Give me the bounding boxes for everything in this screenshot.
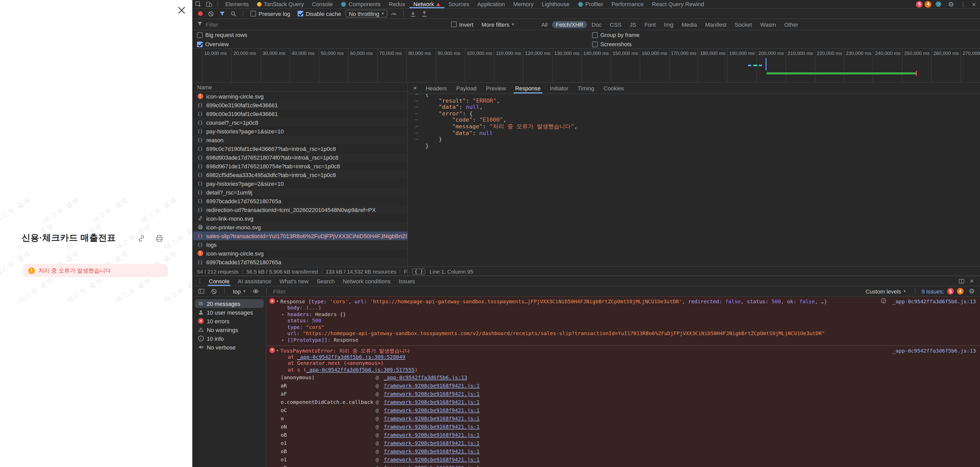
source-link[interactable]: framework-9208cbe9168f9421.js:1 (384, 408, 479, 413)
source-link[interactable]: framework-9208cbe9168f9421.js:1 (384, 424, 479, 430)
react-devtools-icon[interactable] (934, 0, 944, 8)
filter-pill-css[interactable]: CSS (606, 21, 625, 28)
request-row[interactable]: {}699c00e3190faf1c9e436661 (193, 109, 407, 118)
live-expression-eye-icon[interactable] (251, 286, 261, 296)
devtools-tab-memory[interactable]: Memory (509, 0, 538, 8)
clear-console-icon[interactable] (209, 286, 219, 296)
request-row[interactable]: {}699c00e3190faf1c9e436661 (193, 100, 407, 109)
invert-checkbox[interactable]: Invert (448, 21, 476, 27)
response-viewer[interactable]: −{−"result": "ERROR",−"data": null,−"err… (408, 94, 980, 266)
network-conditions-icon[interactable] (388, 9, 399, 19)
collapse-triangle-icon[interactable]: ▾ (276, 347, 279, 354)
drawer-more-tools-icon[interactable]: ⋮ (195, 276, 205, 286)
console-sidebar-no-warnings[interactable]: No warnings (195, 325, 264, 334)
console-sidebar-10-errors[interactable]: ×10 errors (195, 317, 264, 325)
details-tab-headers[interactable]: Headers (421, 83, 452, 93)
drawer-tab-ai-assistance[interactable]: AI assistance (234, 276, 275, 286)
source-link[interactable]: _app-0c9542ffa3d6f5b6.js:309:528049 (297, 354, 405, 360)
more-filters-button[interactable]: More filters ▾ (479, 21, 517, 27)
filter-pill-fetch-xhr[interactable]: Fetch/XHR (552, 21, 587, 28)
drawer-tab-search[interactable]: Search (313, 276, 339, 286)
devtools-tab-lighthouse[interactable]: Lighthouse (538, 0, 574, 8)
request-row[interactable]: {}698d9671de17d7652180754e?tab=intro&_rs… (193, 162, 407, 171)
console-context-select[interactable]: top ▾ (230, 288, 248, 294)
filter-pill-wasm[interactable]: Wasm (757, 21, 780, 28)
source-link[interactable]: framework-9208cbe9168f9421.js:1 (384, 448, 479, 454)
throttling-select[interactable]: No throttling ▾ (345, 10, 388, 18)
details-close-icon[interactable]: × (409, 84, 421, 92)
drawer-tab-console[interactable]: Console (205, 276, 234, 286)
group-by-frame-checkbox[interactable]: Group by frame (592, 30, 640, 40)
inspect-element-icon[interactable] (193, 0, 204, 8)
devtools-tab-network[interactable]: Network (409, 0, 444, 8)
log-levels-select[interactable]: Custom levels ▾ (862, 288, 909, 294)
source-link[interactable]: _app-0c9542ffa3d6f5b6.js:309:517555 (306, 367, 414, 373)
issue-count-badge[interactable]: 4 (925, 1, 932, 8)
drawer-tab-what-s-new[interactable]: What's new (275, 276, 313, 286)
source-link[interactable]: framework-9208cbe9168f9421.js:1 (384, 465, 479, 467)
devtools-tab-profiler[interactable]: Profiler (574, 0, 608, 8)
source-link[interactable]: framework-9208cbe9168f9421.js:1 (384, 457, 479, 462)
details-tab-payload[interactable]: Payload (452, 83, 481, 93)
request-row[interactable]: {}reason (193, 135, 407, 144)
network-overview-timeline[interactable]: 10,000 ms20,000 ms30,000 ms40,000 ms50,0… (193, 49, 980, 83)
details-tab-initiator[interactable]: Initiator (545, 83, 573, 93)
request-row[interactable]: icon-link-mono.svg (193, 214, 407, 223)
console-sidebar-20-messages[interactable]: 20 messages (195, 299, 264, 308)
request-row[interactable]: {}6982cf5d5eaa333c495a3dfc?tab=intro&_rs… (193, 171, 407, 179)
big-request-rows-checkbox[interactable]: Big request rows (197, 30, 247, 40)
filter-pill-other[interactable]: Other (781, 21, 802, 28)
request-table-header[interactable]: Name (193, 83, 407, 92)
source-link[interactable]: _app-0c9542ffa3d6f5b6.js:13 (384, 375, 467, 380)
devtools-tab-redux[interactable]: Redux (385, 0, 409, 8)
devtools-tab-components[interactable]: Components (337, 0, 385, 8)
request-row[interactable]: {}redirection-url?transactionId=tcmi_202… (193, 205, 407, 214)
source-link[interactable]: _app-0c9542ffa3d6f5b6.js:13 (886, 347, 976, 354)
request-row[interactable]: {}detail?_rsc=1um9j (193, 188, 407, 196)
object-property[interactable]: ▸[[Prototype]]: Response (269, 337, 976, 344)
request-row[interactable]: !icon-warning-circle.svg (193, 249, 407, 258)
split-panel-icon[interactable] (957, 276, 967, 286)
drawer-tab-network-conditions[interactable]: Network conditions (339, 276, 395, 286)
devtools-tab-elements[interactable]: Elements (221, 0, 253, 8)
console-sidebar-10-info[interactable]: i10 info (195, 334, 264, 343)
request-row[interactable]: icon-printer-mono.svg (193, 223, 407, 231)
devtools-close-icon[interactable]: × (970, 0, 978, 8)
clear-network-log-button[interactable] (206, 9, 216, 19)
request-row[interactable]: {}counsel?_rsc=1p0c8 (193, 118, 407, 127)
device-toolbar-icon[interactable] (204, 0, 215, 8)
request-row[interactable]: {}6997bcadde17d7652180765a (193, 258, 407, 266)
filter-pill-doc[interactable]: Doc (588, 21, 605, 28)
filter-pill-js[interactable]: JS (626, 21, 640, 28)
console-settings-gear-icon[interactable]: ⚙ (967, 287, 977, 295)
preserve-log-checkbox[interactable]: Preserve log (247, 11, 293, 17)
source-link[interactable]: framework-9208cbe9168f9421.js:1 (384, 399, 479, 405)
error-count-badge[interactable]: 5 (916, 1, 923, 8)
console-sidebar-toggle-icon[interactable] (196, 286, 207, 296)
record-network-log-button[interactable] (196, 9, 205, 19)
issues-link[interactable]: 9 Issues: (921, 288, 944, 294)
request-row[interactable]: {}sales-slip?transactionId=YuI17013R8o6%… (193, 231, 407, 240)
devtools-tab-sources[interactable]: Sources (444, 0, 473, 8)
filter-pill-manifest[interactable]: Manifest (702, 21, 730, 28)
export-har-icon[interactable] (419, 9, 430, 19)
request-row[interactable]: {}699c0c7d190faf1c9e436667?tab=intro&_rs… (193, 144, 407, 153)
filter-pill-all[interactable]: All (538, 21, 551, 28)
copy-link-button[interactable] (137, 234, 146, 243)
source-link[interactable]: framework-9208cbe9168f9421.js:1 (384, 440, 479, 446)
details-tab-timing[interactable]: Timing (573, 83, 599, 93)
console-sidebar-10-user-messages[interactable]: 10 user messages (195, 308, 264, 317)
source-link[interactable]: framework-9208cbe9168f9421.js:1 (384, 391, 479, 397)
filter-funnel-icon[interactable] (217, 9, 227, 19)
filter-pill-media[interactable]: Media (678, 21, 701, 28)
object-property[interactable]: type: "cors" (269, 324, 976, 331)
details-tab-response[interactable]: Response (511, 83, 545, 93)
object-property[interactable]: status: 500 (269, 318, 976, 324)
object-property[interactable]: body: (...) (269, 305, 976, 311)
request-row[interactable]: {}6997bcadde17d7652180765a (193, 196, 407, 205)
screenshots-checkbox[interactable]: Screenshots (592, 40, 632, 49)
devtools-tab-performance[interactable]: Performance (607, 0, 648, 8)
request-row[interactable]: {}logs (193, 240, 407, 249)
request-row[interactable]: {}698d903ade17d765218074f0?tab=intro&_rs… (193, 153, 407, 162)
devtools-tab-react-query-rewind[interactable]: React Query Rewind (648, 0, 708, 8)
